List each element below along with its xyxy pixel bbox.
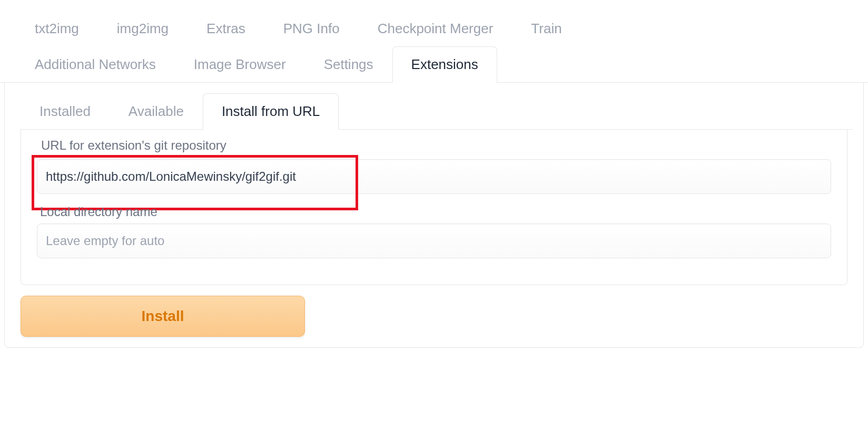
dir-input[interactable] bbox=[37, 223, 831, 258]
tab-image-browser[interactable]: Image Browser bbox=[175, 46, 305, 82]
url-input[interactable] bbox=[37, 159, 831, 194]
tab-png-info[interactable]: PNG Info bbox=[264, 11, 359, 46]
dir-label: Local directory name bbox=[37, 205, 831, 219]
sub-tabs: Installed Available Install from URL bbox=[21, 93, 853, 130]
tab-train[interactable]: Train bbox=[512, 11, 580, 46]
main-tab-row-2: Additional Networks Image Browser Settin… bbox=[16, 46, 852, 82]
main-tabs: txt2img img2img Extras PNG Info Checkpoi… bbox=[0, 0, 868, 83]
main-tab-row-1: txt2img img2img Extras PNG Info Checkpoi… bbox=[16, 11, 852, 46]
subtab-install-from-url[interactable]: Install from URL bbox=[203, 93, 339, 130]
tab-extensions[interactable]: Extensions bbox=[392, 46, 497, 83]
install-url-form: URL for extension's git repository Local… bbox=[21, 130, 847, 285]
dir-field-group: Local directory name bbox=[37, 205, 831, 258]
tab-txt2img[interactable]: txt2img bbox=[16, 11, 98, 46]
tab-img2img[interactable]: img2img bbox=[98, 11, 188, 46]
tab-settings[interactable]: Settings bbox=[305, 46, 392, 82]
url-field-group: URL for extension's git repository bbox=[37, 140, 831, 194]
tab-checkpoint-merger[interactable]: Checkpoint Merger bbox=[359, 11, 512, 46]
url-label: URL for extension's git repository bbox=[37, 138, 231, 153]
extensions-panel: Installed Available Install from URL URL… bbox=[4, 83, 864, 348]
tab-extras[interactable]: Extras bbox=[188, 11, 264, 46]
tab-additional-networks[interactable]: Additional Networks bbox=[16, 46, 175, 82]
subtab-installed[interactable]: Installed bbox=[21, 93, 110, 129]
subtab-available[interactable]: Available bbox=[110, 93, 203, 129]
install-button[interactable]: Install bbox=[21, 296, 305, 337]
